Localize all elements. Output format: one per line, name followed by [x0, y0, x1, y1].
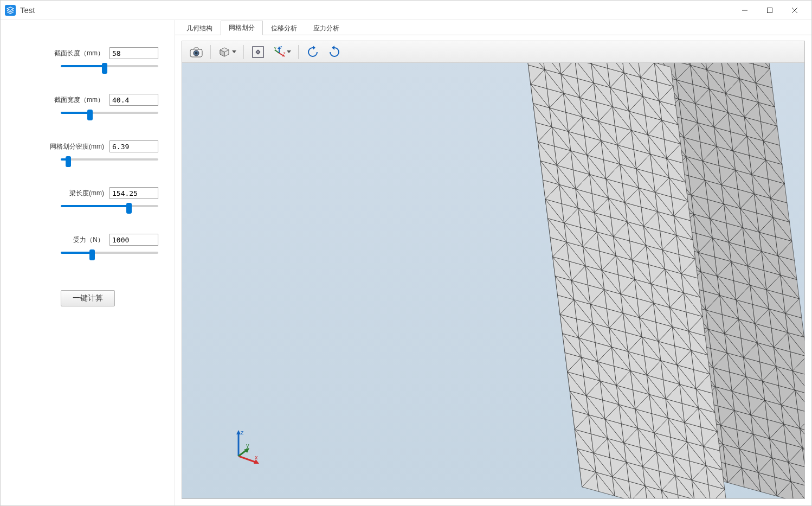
field-label: 网格划分密度(mm): [50, 142, 104, 151]
axis-triad: z x y: [225, 428, 263, 466]
mesh-render: [182, 63, 804, 498]
field-section-length: 截面长度（mm）: [17, 47, 158, 71]
svg-text:x: x: [283, 51, 286, 55]
rotate-cw-icon[interactable]: [325, 43, 344, 61]
sidebar: 截面长度（mm） 截面宽度（mm） 网格划分密度(mm) 梁长度(mm): [1, 20, 175, 505]
beam-length-input[interactable]: [109, 187, 158, 199]
field-beam-length: 梁长度(mm): [17, 187, 158, 211]
viewer: zxy z x y: [182, 41, 805, 499]
section-width-input[interactable]: [109, 94, 158, 106]
section-width-slider[interactable]: [61, 108, 158, 118]
section-length-slider[interactable]: [61, 61, 158, 71]
svg-text:z: z: [280, 46, 282, 49]
window-title: Test: [20, 5, 35, 15]
axis-orientation-icon[interactable]: zxy: [270, 43, 294, 61]
section-length-input[interactable]: [109, 47, 158, 59]
field-label: 截面长度（mm）: [54, 49, 104, 58]
tab-displacement[interactable]: 位移分析: [263, 21, 305, 35]
main-panel: 几何结构 网格划分 位移分析 应力分析 zxy: [175, 20, 811, 505]
cube-view-icon[interactable]: [215, 43, 239, 61]
mesh-density-slider[interactable]: [61, 155, 158, 164]
calculate-button[interactable]: 一键计算: [61, 290, 115, 306]
field-section-width: 截面宽度（mm）: [17, 94, 158, 118]
separator: [243, 45, 244, 59]
separator: [298, 45, 299, 59]
tab-geometry[interactable]: 几何结构: [178, 21, 221, 35]
titlebar: Test: [1, 1, 811, 20]
rotate-ccw-icon[interactable]: [303, 43, 323, 61]
force-slider[interactable]: [61, 248, 158, 258]
beam-length-slider[interactable]: [61, 201, 158, 211]
field-mesh-density: 网格划分密度(mm): [17, 140, 158, 164]
svg-text:y: y: [246, 442, 249, 449]
tabs: 几何结构 网格划分 位移分析 应力分析: [175, 20, 811, 35]
canvas-3d[interactable]: z x y: [182, 63, 804, 498]
maximize-button[interactable]: [757, 1, 782, 20]
close-button[interactable]: [782, 1, 807, 20]
app-icon: [5, 5, 16, 16]
tab-mesh[interactable]: 网格划分: [221, 21, 263, 35]
separator: [210, 45, 211, 59]
tab-stress[interactable]: 应力分析: [305, 21, 347, 35]
svg-text:z: z: [241, 429, 244, 435]
force-input[interactable]: [109, 234, 158, 246]
mesh-density-input[interactable]: [109, 140, 158, 152]
field-force: 受力（N）: [17, 234, 158, 258]
field-label: 梁长度(mm): [69, 189, 104, 198]
svg-line-11: [275, 50, 279, 53]
camera-icon[interactable]: [186, 43, 206, 61]
svg-point-7: [195, 52, 198, 54]
viewer-toolbar: zxy: [182, 41, 804, 63]
field-label: 受力（N）: [73, 235, 104, 245]
minimize-button[interactable]: [732, 1, 757, 20]
svg-line-16: [239, 456, 257, 463]
svg-text:x: x: [255, 454, 258, 460]
svg-text:y: y: [274, 46, 276, 50]
field-label: 截面宽度（mm）: [54, 95, 104, 105]
fit-view-icon[interactable]: [248, 43, 268, 61]
svg-rect-2: [768, 8, 772, 12]
